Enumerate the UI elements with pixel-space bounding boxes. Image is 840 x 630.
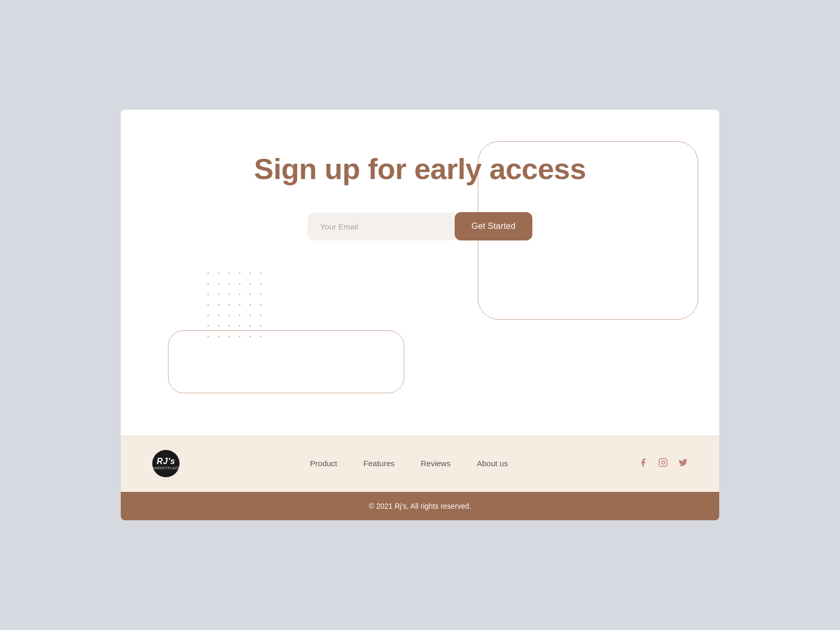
- dot-grid: [207, 272, 266, 342]
- footer-nav-item-about[interactable]: About us: [477, 459, 508, 468]
- email-input-wrapper: [308, 213, 455, 240]
- svg-rect-0: [659, 458, 667, 466]
- footer-logo-subtext: MARKETPLACE: [151, 466, 180, 470]
- hero-heading: Sign up for early access: [142, 152, 698, 186]
- get-started-button[interactable]: Get Started: [455, 212, 532, 240]
- svg-point-1: [662, 461, 665, 464]
- signup-form: Get Started: [142, 212, 698, 240]
- copyright-bar: © 2021 Rj's, All rights reserved.: [121, 492, 719, 520]
- copyright-text: © 2021 Rj's, All rights reserved.: [369, 502, 471, 510]
- footer-logo-text: RJ's: [151, 457, 180, 466]
- footer-nav: RJ's MARKETPLACE Product Features Review…: [121, 435, 719, 492]
- deco-rect-bottom-left: [168, 330, 404, 393]
- instagram-icon[interactable]: [658, 458, 668, 470]
- twitter-icon[interactable]: [678, 458, 688, 470]
- footer-nav-item-reviews[interactable]: Reviews: [421, 459, 451, 468]
- footer-link-product[interactable]: Product: [310, 459, 338, 468]
- footer-nav-item-product[interactable]: Product: [310, 459, 338, 468]
- footer-link-about[interactable]: About us: [477, 459, 508, 468]
- main-content: Sign up for early access Get Started: [121, 110, 719, 435]
- footer-logo: RJ's MARKETPLACE: [152, 450, 180, 477]
- footer-link-features[interactable]: Features: [363, 459, 394, 468]
- facebook-icon[interactable]: [638, 458, 648, 470]
- social-icons: [638, 458, 688, 470]
- svg-point-2: [665, 460, 666, 461]
- footer-link-reviews[interactable]: Reviews: [421, 459, 451, 468]
- email-input[interactable]: [308, 213, 455, 240]
- page-wrapper: Sign up for early access Get Started RJ'…: [121, 110, 719, 520]
- footer-nav-item-features[interactable]: Features: [363, 459, 394, 468]
- hero-heading-section: Sign up for early access: [142, 152, 698, 186]
- footer-nav-links: Product Features Reviews About us: [310, 459, 508, 468]
